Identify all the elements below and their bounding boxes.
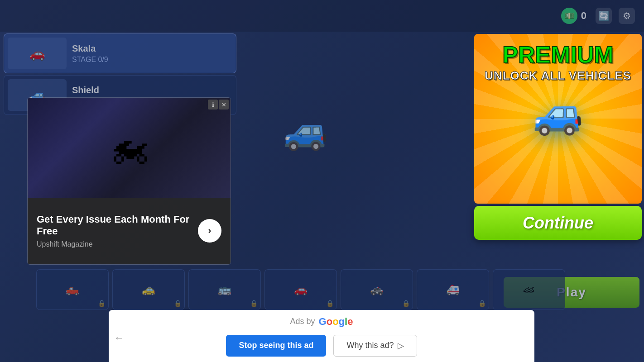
google-ad-bar: Ads by Google Stop seeing this ad Why th…	[109, 310, 534, 362]
ad-headline: Get Every Issue Each Month For Free	[37, 214, 191, 238]
premium-subtitle: UNLOCK ALL VEHICLES	[485, 69, 631, 83]
premium-ad: PREMIUM UNLOCK ALL VEHICLES 🚙	[474, 34, 642, 204]
ad-brand: Upshift Magazine	[37, 240, 191, 248]
premium-ad-overlay: PREMIUM UNLOCK ALL VEHICLES 🚙	[474, 34, 642, 204]
ad-content: Get Every Issue Each Month For Free Upsh…	[28, 198, 231, 264]
premium-title: PREMIUM	[502, 43, 614, 67]
stop-seeing-button[interactable]: Stop seeing this ad	[226, 335, 326, 357]
ad-arrow-button[interactable]: ›	[198, 219, 221, 243]
continue-button[interactable]: Continue	[474, 206, 642, 240]
ad-header-controls: ℹ ✕	[206, 98, 231, 111]
why-ad-label: Why this ad?	[346, 341, 394, 350]
continue-label: Continue	[523, 214, 593, 233]
why-ad-icon: ▷	[398, 341, 404, 351]
ad-close-icon[interactable]: ✕	[219, 100, 229, 110]
left-ad-overlay: 🏍 ℹ ✕ Get Every Issue Each Month For Fre…	[27, 97, 231, 265]
back-arrow-icon[interactable]: ←	[114, 332, 124, 344]
ad-action-buttons: Stop seeing this ad Why this ad? ▷	[226, 335, 417, 357]
ad-info-icon[interactable]: ℹ	[208, 100, 218, 110]
premium-car-image: 🚙	[533, 90, 583, 137]
why-ad-button[interactable]: Why this ad? ▷	[333, 335, 417, 357]
google-brand-text: Google	[319, 316, 353, 328]
ad-text: Get Every Issue Each Month For Free Upsh…	[37, 214, 191, 248]
ads-by-text: Ads by	[290, 317, 315, 326]
ad-image-area: 🏍 ℹ ✕	[28, 98, 231, 198]
ads-by-google-label: Ads by Google	[290, 316, 353, 328]
ad-arrow-icon: ›	[208, 225, 211, 237]
motorcycle-image: 🏍	[28, 98, 231, 198]
